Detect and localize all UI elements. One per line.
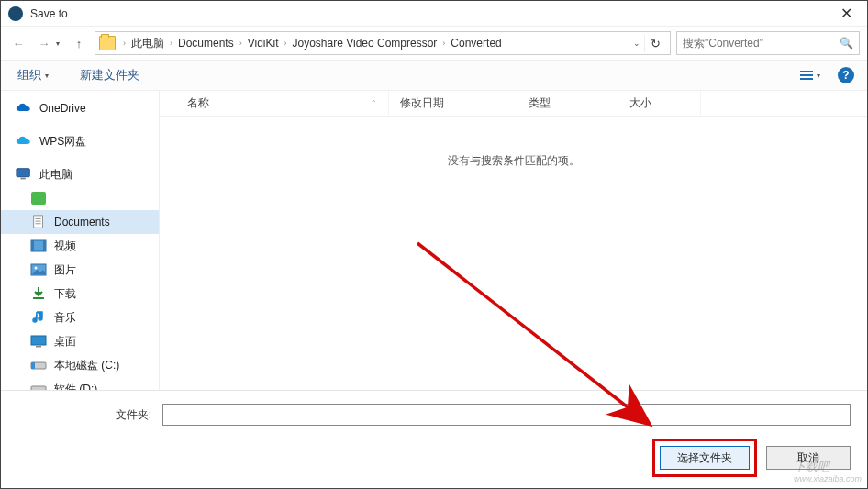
svg-point-11	[35, 267, 38, 270]
wps-icon	[16, 134, 32, 149]
sidebar-item-label: 桌面	[54, 334, 76, 350]
svg-rect-8	[31, 240, 34, 251]
title-bar: Save to ✕	[1, 1, 867, 27]
column-headers: 名称 ⌃ 修改日期 类型 大小	[160, 91, 867, 117]
svg-rect-13	[31, 336, 46, 345]
sidebar-tree[interactable]: OneDrive WPS网盘 此电脑 Documents 视频 图片	[1, 91, 160, 419]
toolbar: 组织 ▾ 新建文件夹 ▾ ?	[1, 60, 867, 91]
sidebar-item-label: WPS网盘	[39, 134, 86, 150]
videos-icon	[30, 239, 47, 253]
list-view-icon	[800, 71, 813, 80]
hdd-icon	[30, 358, 47, 372]
column-name[interactable]: 名称 ⌃	[160, 91, 389, 116]
up-button[interactable]: ↑	[69, 33, 89, 53]
svg-rect-0	[17, 169, 29, 177]
svg-rect-16	[31, 362, 35, 369]
sidebar-item-disk-c[interactable]: 本地磁盘 (C:)	[1, 353, 159, 377]
sidebar-item-onedrive[interactable]: OneDrive	[1, 96, 159, 120]
column-size[interactable]: 大小	[618, 91, 701, 116]
breadcrumb-item[interactable]: Converted	[447, 35, 505, 51]
app-icon	[8, 6, 23, 21]
chevron-down-icon: ▾	[817, 72, 820, 80]
folder-icon	[99, 36, 116, 50]
chevron-right-icon: ›	[238, 39, 244, 48]
sidebar-item-label: 下载	[54, 286, 76, 302]
history-dropdown-icon[interactable]: ▾	[56, 39, 60, 48]
address-dropdown-icon[interactable]: ⌄	[629, 35, 644, 51]
sort-indicator-icon: ⌃	[371, 99, 377, 107]
chevron-right-icon: ›	[440, 39, 447, 48]
file-list-area: 名称 ⌃ 修改日期 类型 大小 没有与搜索条件匹配的项。	[160, 91, 867, 419]
sidebar-item-downloads[interactable]: 下载	[1, 282, 159, 306]
sidebar-item-documents[interactable]: Documents	[1, 210, 159, 234]
onedrive-icon	[16, 101, 32, 116]
folder-name-row: 文件夹:	[17, 404, 851, 426]
chevron-right-icon: ›	[168, 39, 174, 48]
svg-rect-12	[33, 297, 44, 299]
svg-rect-3	[34, 216, 43, 228]
sidebar-item-music[interactable]: 音乐	[1, 306, 159, 329]
forward-button[interactable]: →	[34, 33, 54, 53]
dialog-footer: 文件夹: 选择文件夹 取消	[1, 390, 867, 488]
sidebar-item-label: 本地磁盘 (C:)	[54, 358, 119, 373]
new-folder-label: 新建文件夹	[80, 67, 139, 83]
breadcrumb-item[interactable]: 此电脑	[128, 34, 168, 53]
cancel-button[interactable]: 取消	[766, 446, 851, 470]
svg-rect-2	[31, 192, 46, 205]
search-input[interactable]	[683, 37, 840, 50]
pictures-icon	[30, 262, 47, 277]
sidebar-item-desktop[interactable]: 桌面	[1, 329, 159, 353]
select-folder-button[interactable]: 选择文件夹	[660, 446, 750, 470]
empty-message: 没有与搜索条件匹配的项。	[160, 117, 867, 419]
help-icon[interactable]: ?	[838, 67, 854, 83]
chevron-right-icon: ›	[121, 39, 128, 48]
back-button[interactable]: ←	[8, 33, 28, 53]
sidebar-item-label: OneDrive	[39, 102, 86, 115]
breadcrumb-item[interactable]: VidiKit	[244, 35, 283, 51]
sidebar-item-pictures[interactable]: 图片	[1, 258, 159, 282]
sidebar-item-videos[interactable]: 视频	[1, 234, 159, 258]
organize-button[interactable]: 组织 ▾	[14, 63, 52, 87]
chevron-down-icon: ▾	[45, 72, 49, 80]
sidebar-item-wps[interactable]: WPS网盘	[1, 129, 159, 153]
address-bar[interactable]: › 此电脑 › Documents › VidiKit › Joyoshare …	[95, 31, 671, 55]
folder-label: 文件夹:	[17, 407, 155, 423]
sidebar-item-label: 音乐	[54, 310, 76, 326]
svg-rect-14	[36, 346, 41, 348]
monitor-icon	[16, 167, 32, 182]
column-type[interactable]: 类型	[517, 91, 618, 116]
breadcrumb-item[interactable]: Joyoshare Video Compressor	[289, 35, 441, 51]
desktop-icon	[30, 334, 47, 349]
sidebar-item-this-pc[interactable]: 此电脑	[1, 162, 159, 186]
search-icon[interactable]: 🔍	[840, 37, 853, 50]
sidebar-item-label: 视频	[54, 239, 76, 254]
sidebar-item-label: Documents	[54, 216, 110, 228]
main-area: OneDrive WPS网盘 此电脑 Documents 视频 图片	[1, 91, 867, 419]
sidebar-item-special[interactable]	[1, 186, 159, 210]
music-icon	[30, 310, 47, 325]
view-options-button[interactable]: ▾	[797, 66, 823, 84]
sidebar-item-label: 图片	[54, 262, 76, 278]
navigation-bar: ← → ▾ ↑ › 此电脑 › Documents › VidiKit › Jo…	[1, 27, 867, 60]
chevron-right-icon: ›	[283, 39, 289, 48]
svg-rect-9	[43, 240, 46, 251]
search-box[interactable]: 🔍	[676, 31, 860, 55]
breadcrumb-item[interactable]: Documents	[174, 35, 238, 51]
column-date[interactable]: 修改日期	[389, 91, 517, 116]
refresh-icon[interactable]: ↻	[644, 35, 666, 52]
organize-label: 组织	[17, 67, 41, 83]
sidebar-item-label: 此电脑	[39, 167, 72, 183]
new-folder-button[interactable]: 新建文件夹	[76, 63, 143, 87]
button-row: 选择文件夹 取消	[17, 439, 851, 477]
documents-icon	[30, 215, 47, 229]
app-folder-icon	[30, 191, 47, 206]
downloads-icon	[30, 286, 47, 301]
window-title: Save to	[30, 7, 833, 20]
annotation-highlight: 选择文件夹	[652, 439, 757, 477]
svg-rect-1	[20, 178, 25, 180]
folder-name-input[interactable]	[162, 404, 851, 426]
close-icon[interactable]: ✕	[833, 5, 860, 22]
